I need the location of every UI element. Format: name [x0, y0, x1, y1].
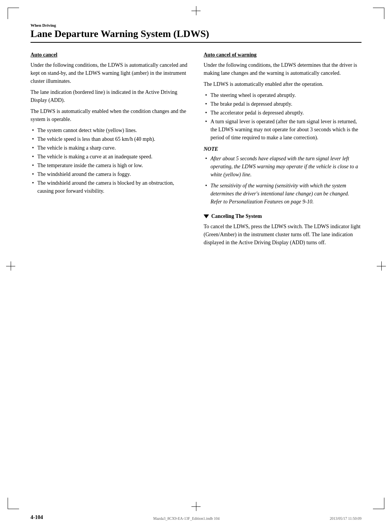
list-item: The system cannot detect white (yellow) …	[31, 126, 188, 134]
note-item: The sensitivity of the warning (sensitiv…	[204, 182, 361, 206]
crosshair-right	[377, 261, 386, 271]
crosshair-top	[191, 6, 201, 15]
right-para1: Under the following conditions, the LDWS…	[204, 61, 361, 77]
note-item: After about 5 seconds have elapsed with …	[204, 155, 361, 179]
list-item: A turn signal lever is operated (after t…	[204, 118, 361, 142]
corner-mark-bl	[8, 498, 19, 509]
corner-mark-tl	[8, 8, 19, 19]
right-subtitle: Auto cancel of warning	[204, 52, 361, 58]
page-header: When Driving Lane Departure Warning Syst…	[31, 23, 361, 43]
list-item: The temperature inside the camera is hig…	[31, 161, 188, 169]
corner-mark-br	[373, 498, 384, 509]
left-column: Auto cancel Under the following conditio…	[31, 52, 188, 250]
section-label: When Driving	[31, 23, 361, 27]
right-column: Auto cancel of warning Under the followi…	[204, 52, 361, 250]
note-title: NOTE	[204, 146, 361, 152]
list-item: The accelerator pedal is depressed abrup…	[204, 109, 361, 117]
crosshair-left	[6, 261, 15, 271]
left-bullet-list: The system cannot detect white (yellow) …	[31, 126, 188, 195]
page-title: Lane Departure Warning System (LDWS)	[31, 28, 361, 43]
page-number: 4-104	[31, 514, 43, 521]
list-item: The windshield around the camera is bloc…	[31, 179, 188, 195]
corner-mark-tr	[373, 8, 384, 19]
canceling-title: Canceling The System	[204, 213, 361, 219]
canceling-section: Canceling The System To cancel the LDWS,…	[204, 213, 361, 247]
footer-date: 2013/05/17 11:50:09	[330, 516, 361, 521]
footer-file: Mazda3_8CX9-EA-13F_Edition1.indb 104	[153, 516, 220, 521]
triangle-icon	[204, 214, 209, 218]
list-item: The windshield around the camera is fogg…	[31, 170, 188, 178]
left-subtitle: Auto cancel	[31, 52, 188, 58]
list-item: The steering wheel is operated abruptly.	[204, 91, 361, 99]
note-list: After about 5 seconds have elapsed with …	[204, 155, 361, 206]
crosshair-bottom	[191, 502, 201, 511]
left-para2: The lane indication (bordered line) is i…	[31, 88, 188, 104]
left-para3: The LDWS is automatically enabled when t…	[31, 107, 188, 123]
left-para1: Under the following conditions, the LDWS…	[31, 61, 188, 85]
right-para2: The LDWS is automatically enabled after …	[204, 80, 361, 88]
list-item: The vehicle is making a sharp curve.	[31, 144, 188, 152]
list-item: The vehicle is making a curve at an inad…	[31, 153, 188, 161]
list-item: The brake pedal is depressed abruptly.	[204, 100, 361, 108]
list-item: The vehicle speed is less than about 65 …	[31, 135, 188, 143]
main-content: Auto cancel Under the following conditio…	[31, 52, 361, 250]
right-bullet-list: The steering wheel is operated abruptly.…	[204, 91, 361, 142]
footer: 4-104 Mazda3_8CX9-EA-13F_Edition1.indb 1…	[31, 514, 361, 521]
canceling-text: To cancel the LDWS, press the LDWS switc…	[204, 222, 361, 247]
